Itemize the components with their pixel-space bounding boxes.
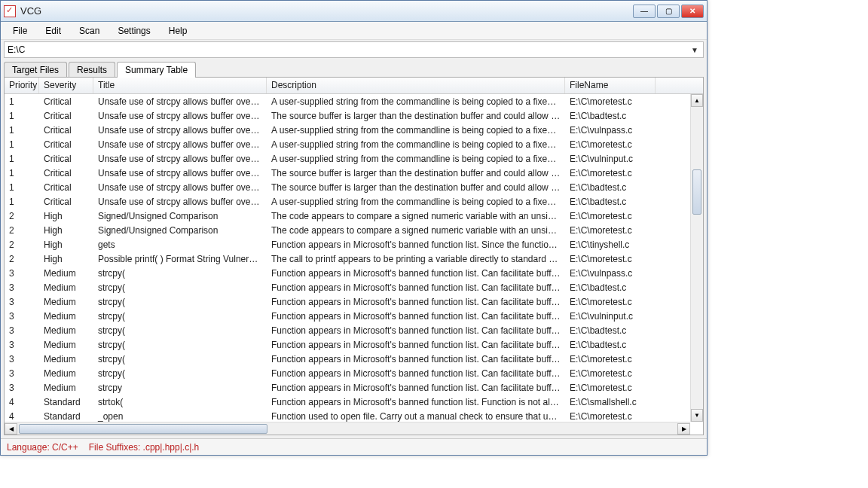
scroll-up-button[interactable]: ▲ xyxy=(691,94,703,107)
menu-scan[interactable]: Scan xyxy=(70,23,108,38)
cell-title: strcpy( xyxy=(93,267,267,279)
cell-title: strcpy xyxy=(93,382,267,394)
table-row[interactable]: 1CriticalUnsafe use of strcpy allows buf… xyxy=(5,108,703,123)
app-window: VCG — ▢ ✕ File Edit Scan Settings Help E… xyxy=(0,0,708,456)
table-row[interactable]: 3MediumstrcpyFunction appears in Microso… xyxy=(5,380,703,395)
vscroll-thumb[interactable] xyxy=(692,169,701,215)
cell-file: E:\C\moretest.c xyxy=(565,139,656,151)
col-priority[interactable]: Priority xyxy=(5,78,39,93)
table-row[interactable]: 1CriticalUnsafe use of strcpy allows buf… xyxy=(5,151,703,166)
table-row[interactable]: 4Standardstrtok(Function appears in Micr… xyxy=(5,395,703,409)
cell-priority: 3 xyxy=(5,382,39,394)
col-title[interactable]: Title xyxy=(93,78,267,93)
summary-table: Priority Severity Title Description File… xyxy=(4,77,704,435)
col-filename[interactable]: FileName xyxy=(565,78,656,93)
tab-target-files[interactable]: Target Files xyxy=(4,62,67,78)
cell-title: strcpy( xyxy=(93,353,267,365)
table-row[interactable]: 3Mediumstrcpy(Function appears in Micros… xyxy=(5,366,703,380)
tab-summary-table[interactable]: Summary Table xyxy=(117,62,196,78)
table-row[interactable]: 3Mediumstrcpy(Function appears in Micros… xyxy=(5,280,703,294)
cell-title: Possible printf( ) Format String Vulnera… xyxy=(93,253,267,265)
cell-file: E:\C\moretest.c xyxy=(565,368,656,380)
cell-severity: Medium xyxy=(39,339,93,351)
cell-file: E:\C\badtest.c xyxy=(565,196,656,208)
cell-priority: 1 xyxy=(5,167,39,179)
table-row[interactable]: 3Mediumstrcpy(Function appears in Micros… xyxy=(5,323,703,337)
table-row[interactable]: 1CriticalUnsafe use of strcpy allows buf… xyxy=(5,194,703,209)
cell-file: E:\C\badtest.c xyxy=(565,339,656,351)
cell-desc: Function appears in Microsoft's banned f… xyxy=(267,325,565,337)
horizontal-scrollbar[interactable]: ◀ ▶ xyxy=(5,422,690,435)
cell-file: E:\C\badtest.c xyxy=(565,282,656,294)
scroll-left-button[interactable]: ◀ xyxy=(5,423,17,435)
cell-severity: High xyxy=(39,210,93,222)
table-row[interactable]: 2HighSigned/Unsigned ComparisonThe code … xyxy=(5,209,703,223)
cell-priority: 2 xyxy=(5,210,39,222)
table-row[interactable]: 3Mediumstrcpy(Function appears in Micros… xyxy=(5,352,703,366)
cell-file: E:\C\moretest.c xyxy=(565,210,656,222)
menu-help[interactable]: Help xyxy=(160,23,197,38)
table-row[interactable]: 3Mediumstrcpy(Function appears in Micros… xyxy=(5,337,703,352)
table-row[interactable]: 1CriticalUnsafe use of strcpy allows buf… xyxy=(5,166,703,180)
cell-severity: High xyxy=(39,224,93,236)
window-buttons: — ▢ ✕ xyxy=(633,5,704,18)
menu-file[interactable]: File xyxy=(4,23,36,38)
cell-desc: Function appears in Microsoft's banned f… xyxy=(267,396,565,408)
table-row[interactable]: 1CriticalUnsafe use of strcpy allows buf… xyxy=(5,137,703,151)
hscroll-thumb[interactable] xyxy=(19,424,267,434)
maximize-button[interactable]: ▢ xyxy=(657,5,680,18)
cell-priority: 1 xyxy=(5,181,39,194)
cell-severity: Medium xyxy=(39,368,93,380)
cell-severity: Medium xyxy=(39,282,93,294)
cell-file: E:\C\badtest.c xyxy=(565,325,656,337)
cell-title: _open xyxy=(93,410,267,422)
cell-priority: 3 xyxy=(5,325,39,337)
cell-priority: 1 xyxy=(5,153,39,165)
table-row[interactable]: 3Mediumstrcpy(Function appears in Micros… xyxy=(5,294,703,309)
vertical-scrollbar[interactable]: ▲ ▼ xyxy=(690,94,703,422)
chevron-down-icon[interactable]: ▼ xyxy=(689,46,700,54)
cell-file: E:\C\badtest.c xyxy=(565,181,656,194)
table-row[interactable]: 1CriticalUnsafe use of strcpy allows buf… xyxy=(5,123,703,137)
cell-file: E:\C\vulninput.c xyxy=(565,310,656,322)
cell-title: gets xyxy=(93,239,267,251)
menu-settings[interactable]: Settings xyxy=(108,23,159,38)
tabstrip: Target Files Results Summary Table xyxy=(1,61,707,77)
table-row[interactable]: 1CriticalUnsafe use of strcpy allows buf… xyxy=(5,94,703,108)
table-row[interactable]: 2High getsFunction appears in Microsoft'… xyxy=(5,237,703,252)
cell-title: Signed/Unsigned Comparison xyxy=(93,224,267,236)
cell-file: E:\C\tinyshell.c xyxy=(565,239,656,251)
path-combobox[interactable]: E:\C ▼ xyxy=(4,41,704,58)
cell-priority: 3 xyxy=(5,310,39,322)
window-title: VCG xyxy=(20,5,633,17)
cell-severity: Standard xyxy=(39,396,93,408)
cell-priority: 3 xyxy=(5,282,39,294)
cell-file: E:\C\moretest.c xyxy=(565,224,656,236)
col-description[interactable]: Description xyxy=(267,78,565,93)
scroll-down-button[interactable]: ▼ xyxy=(691,409,703,422)
cell-desc: Function appears in Microsoft's banned f… xyxy=(267,353,565,365)
cell-severity: Critical xyxy=(39,110,93,122)
cell-priority: 1 xyxy=(5,96,39,108)
cell-severity: High xyxy=(39,239,93,251)
cell-file: E:\C\moretest.c xyxy=(565,353,656,365)
cell-file: E:\C\vulninput.c xyxy=(565,153,656,165)
col-severity[interactable]: Severity xyxy=(39,78,93,93)
hscroll-track[interactable] xyxy=(17,423,677,435)
table-row[interactable]: 1CriticalUnsafe use of strcpy allows buf… xyxy=(5,180,703,194)
cell-desc: Function used to open file. Carry out a … xyxy=(267,410,565,422)
titlebar[interactable]: VCG — ▢ ✕ xyxy=(1,1,707,22)
minimize-button[interactable]: — xyxy=(633,5,656,18)
table-row[interactable]: 2HighSigned/Unsigned ComparisonThe code … xyxy=(5,223,703,237)
close-button[interactable]: ✕ xyxy=(681,5,704,18)
table-row[interactable]: 3Mediumstrcpy(Function appears in Micros… xyxy=(5,266,703,280)
table-row[interactable]: 3Mediumstrcpy(Function appears in Micros… xyxy=(5,309,703,323)
tab-results[interactable]: Results xyxy=(69,62,115,78)
cell-file: E:\C\moretest.c xyxy=(565,96,656,108)
scroll-right-button[interactable]: ▶ xyxy=(677,423,690,435)
table-row[interactable]: 2HighPossible printf( ) Format String Vu… xyxy=(5,252,703,266)
cell-severity: Medium xyxy=(39,382,93,394)
cell-title: strcpy( xyxy=(93,368,267,380)
table-body: 1CriticalUnsafe use of strcpy allows buf… xyxy=(5,94,703,435)
menu-edit[interactable]: Edit xyxy=(36,23,70,38)
